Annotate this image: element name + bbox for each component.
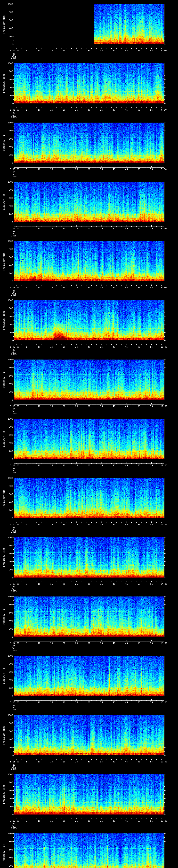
x-tick-label: 5 (26, 761, 27, 763)
x-tick-label: 20 (63, 820, 65, 822)
y-tick-label: 200 (9, 391, 13, 393)
x-tick-label: 15 (50, 642, 53, 644)
y-tick-label: 0 (12, 517, 13, 519)
y-tick-label: 1000 (8, 773, 13, 775)
x-tick-label: 25 (75, 464, 78, 466)
x-tick-label: 55 (150, 464, 153, 466)
x-tick-label: 30 (88, 405, 90, 407)
x-tick-label: 15 (50, 109, 53, 111)
spectrogram-panel-13: Frequency (Hz)020040060080010006:16:0051… (0, 711, 178, 770)
x-tick-label: 10 (38, 286, 40, 289)
y-tick-label: 600 (9, 434, 13, 436)
x-tick-label: 40 (113, 168, 115, 170)
x-tick-label: 20 (63, 523, 65, 526)
spectrogram-panel-3: Frequency (Hz)020040060080010006:06:0051… (0, 119, 178, 178)
date-year-label: 2015 (11, 57, 17, 59)
x-tick-label: 30 (88, 642, 90, 644)
x-tick-label: 35 (100, 346, 103, 348)
x-tick-label: 35 (100, 286, 103, 289)
spectrogram-panel-10: Frequency (Hz)020040060080010006:13:0051… (0, 533, 178, 592)
x-start-time-label: 6:10:00 (10, 405, 20, 407)
spectrogram-panel-6: Frequency (Hz)020040060080010006:09:0051… (0, 296, 178, 355)
x-tick-label: 50 (138, 761, 141, 763)
x-tick-label: 30 (88, 761, 90, 763)
x-tick-label: 35 (100, 583, 103, 585)
y-tick-label: 400 (9, 146, 13, 148)
y-axis-title: Frequency (Hz) (3, 252, 5, 271)
x-tick-label: 55 (150, 523, 153, 526)
x-tick-label: 30 (88, 168, 90, 170)
y-tick-label: 0 (12, 102, 13, 105)
x-tick-label: 35 (100, 523, 103, 526)
spectrogram-panel-2: Frequency (Hz)020040060080010006:05:0051… (0, 59, 178, 118)
x-tick-label: 20 (63, 227, 65, 229)
y-tick-label: 600 (9, 137, 13, 140)
y-axis-title: Frequency (Hz) (3, 74, 5, 93)
x-tick-label: 45 (125, 168, 128, 170)
date-year-label: 2015 (11, 294, 17, 296)
y-tick-label: 0 (12, 636, 13, 638)
y-tick-label: 200 (9, 568, 13, 570)
x-tick-label: 55 (150, 583, 153, 585)
y-tick-label: 400 (9, 797, 13, 800)
x-tick-label: 50 (138, 286, 141, 289)
x-tick-label: 5 (26, 50, 27, 52)
x-end-time-label: 11:00 (160, 405, 167, 407)
x-tick-label: 15 (50, 227, 53, 229)
x-tick-label: 25 (75, 523, 78, 526)
x-tick-label: 15 (50, 820, 53, 822)
x-tick-label: 10 (38, 50, 40, 52)
x-end-time-label: 12:00 (160, 464, 167, 466)
y-tick-label: 0 (12, 339, 13, 342)
x-tick-label: 35 (100, 761, 103, 763)
y-tick-label: 0 (12, 577, 13, 579)
x-tick-label: 40 (113, 642, 115, 644)
y-tick-label: 0 (12, 43, 13, 45)
x-tick-label: 20 (63, 464, 65, 466)
x-start-time-label: 6:11:00 (10, 464, 20, 466)
y-axis-title: Frequency (Hz) (3, 14, 5, 34)
x-tick-label: 45 (125, 761, 128, 763)
x-tick-label: 35 (100, 642, 103, 644)
x-end-time-label: 10:00 (160, 346, 167, 348)
y-axis-title: Frequency (Hz) (3, 844, 5, 863)
x-tick-label: 30 (88, 523, 90, 526)
x-tick-label: 50 (138, 227, 141, 229)
y-tick-label: 200 (9, 627, 13, 630)
x-tick-label: 5 (26, 583, 27, 585)
x-tick-label: 25 (75, 286, 78, 289)
x-tick-label: 5 (26, 820, 27, 822)
x-tick-label: 45 (125, 346, 128, 348)
x-tick-label: 50 (138, 50, 141, 52)
x-tick-label: 40 (113, 583, 115, 585)
spectrogram-panel-5: Frequency (Hz)020040060080010006:08:0051… (0, 237, 178, 296)
x-tick-label: 35 (100, 168, 103, 170)
y-tick-label: 0 (12, 399, 13, 401)
x-tick-label: 30 (88, 227, 90, 229)
y-tick-label: 600 (9, 493, 13, 495)
x-tick-label: 55 (150, 761, 153, 763)
x-tick-label: 20 (63, 50, 65, 52)
y-tick-label: 200 (9, 509, 13, 511)
x-tick-label: 10 (38, 405, 40, 407)
x-tick-label: 25 (75, 583, 78, 585)
x-tick-label: 35 (100, 50, 103, 52)
y-tick-label: 200 (9, 746, 13, 748)
x-tick-label: 15 (50, 761, 53, 763)
x-tick-label: 50 (138, 346, 141, 348)
x-tick-label: 45 (125, 464, 128, 466)
y-tick-label: 0 (12, 221, 13, 223)
x-tick-label: 35 (100, 701, 103, 704)
y-tick-label: 400 (9, 323, 13, 326)
x-tick-label: 30 (88, 464, 90, 466)
y-axis-title: Frequency (Hz) (3, 489, 5, 507)
y-tick-label: 600 (9, 848, 13, 850)
x-tick-label: 10 (38, 583, 40, 585)
date-year-label: 2015 (11, 649, 17, 652)
y-tick-label: 400 (9, 857, 13, 859)
x-tick-label: 50 (138, 464, 141, 466)
y-tick-label: 1000 (8, 418, 13, 420)
x-tick-label: 55 (150, 346, 153, 348)
x-tick-label: 5 (26, 227, 27, 229)
y-tick-label: 600 (9, 789, 13, 792)
